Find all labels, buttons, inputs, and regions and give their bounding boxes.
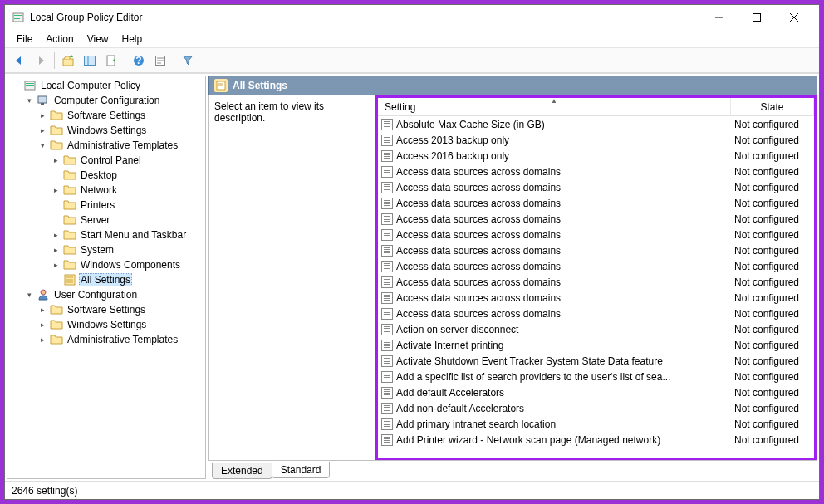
- tree-user-admin-templates[interactable]: Administrative Templates: [7, 332, 205, 347]
- list-item[interactable]: Access data sources across domainsNot co…: [378, 195, 814, 211]
- list-item[interactable]: Add non-default AcceleratorsNot configur…: [378, 400, 814, 416]
- svg-rect-3: [14, 18, 20, 19]
- list-item[interactable]: Activate Internet printingNot configured: [378, 337, 814, 353]
- properties-button[interactable]: [150, 51, 170, 71]
- tree-user-windows-settings[interactable]: Windows Settings: [7, 317, 205, 332]
- twist-icon[interactable]: [51, 246, 61, 254]
- folder-icon: [23, 79, 37, 92]
- status-bar: 2646 setting(s): [5, 481, 819, 499]
- list-item[interactable]: Access data sources across domainsNot co…: [378, 164, 814, 179]
- tree-pane[interactable]: Local Computer PolicyComputer Configurat…: [7, 76, 206, 479]
- twist-icon[interactable]: [37, 111, 47, 120]
- toolbar: ?: [5, 48, 819, 73]
- setting-state: Not configured: [734, 135, 799, 146]
- setting-state: Not configured: [734, 276, 799, 288]
- menu-action[interactable]: Action: [39, 32, 80, 46]
- list-item[interactable]: Access data sources across domainsNot co…: [378, 179, 814, 195]
- policy-icon: [381, 403, 393, 414]
- column-header-setting[interactable]: Setting ▲: [378, 98, 731, 115]
- back-button[interactable]: [9, 51, 29, 71]
- maximize-button[interactable]: [738, 5, 775, 30]
- policy-icon: [381, 135, 393, 146]
- tree-desktop[interactable]: Desktop: [7, 168, 205, 183]
- twist-icon[interactable]: [51, 231, 61, 239]
- tree-user-configuration[interactable]: User Configuration: [7, 287, 205, 302]
- tree-windows-components[interactable]: Windows Components: [7, 257, 205, 272]
- tree-label: Administrative Templates: [66, 334, 179, 345]
- tree-control-panel[interactable]: Control Panel: [7, 153, 205, 168]
- help-button[interactable]: ?: [129, 51, 149, 71]
- list-item[interactable]: Access data sources across domainsNot co…: [378, 274, 814, 290]
- twist-icon[interactable]: [24, 291, 34, 299]
- tree-computer-configuration[interactable]: Computer Configuration: [7, 93, 205, 108]
- setting-name: Access data sources across domains: [396, 229, 561, 241]
- tree-server[interactable]: Server: [7, 213, 205, 228]
- policy-icon: [381, 292, 393, 304]
- tree-network[interactable]: Network: [7, 183, 205, 198]
- toolbar-separator: [125, 52, 125, 69]
- twist-icon[interactable]: [37, 335, 47, 344]
- menu-help[interactable]: Help: [115, 32, 150, 46]
- filter-button[interactable]: [178, 51, 198, 71]
- list-item[interactable]: Access 2016 backup onlyNot configured: [378, 148, 814, 164]
- list-item[interactable]: Access data sources across domainsNot co…: [378, 242, 814, 258]
- export-list-button[interactable]: [101, 51, 121, 71]
- tree-printers[interactable]: Printers: [7, 198, 205, 213]
- list-item[interactable]: Add Printer wizard - Network scan page (…: [378, 432, 814, 448]
- list-item[interactable]: Access 2013 backup onlyNot configured: [378, 132, 814, 148]
- close-button[interactable]: [775, 5, 812, 30]
- policy-icon: [381, 340, 393, 351]
- menu-view[interactable]: View: [81, 32, 115, 46]
- folder-icon: [50, 318, 63, 331]
- tree-all-settings[interactable]: All Settings: [7, 272, 205, 287]
- tree-start-menu[interactable]: Start Menu and Taskbar: [7, 228, 205, 242]
- list-item[interactable]: Add a specific list of search providers …: [378, 369, 814, 384]
- twist-icon[interactable]: [51, 261, 61, 269]
- twist-icon[interactable]: [51, 156, 61, 164]
- tree-root[interactable]: Local Computer Policy: [7, 78, 205, 93]
- twist-icon[interactable]: [37, 321, 47, 329]
- twist-icon[interactable]: [37, 306, 47, 314]
- tree-user-software-settings[interactable]: Software Settings: [7, 302, 205, 317]
- twist-icon[interactable]: [37, 141, 47, 149]
- tree-label: Software Settings: [66, 110, 147, 121]
- list-rows[interactable]: Absolute Max Cache Size (in GB)Not confi…: [378, 116, 814, 458]
- menu-file[interactable]: File: [10, 32, 39, 46]
- twist-icon[interactable]: [37, 126, 47, 135]
- list-item[interactable]: Activate Shutdown Event Tracker System S…: [378, 353, 814, 369]
- title-bar[interactable]: Local Group Policy Editor: [5, 5, 819, 30]
- setting-name: Access data sources across domains: [396, 308, 561, 320]
- list-item[interactable]: Access data sources across domainsNot co…: [378, 290, 814, 306]
- list-item[interactable]: Access data sources across domainsNot co…: [378, 306, 814, 321]
- show-hide-tree-button[interactable]: [80, 51, 100, 71]
- setting-name: Absolute Max Cache Size (in GB): [396, 119, 545, 130]
- policy-icon: [381, 324, 393, 335]
- tree-administrative-templates[interactable]: Administrative Templates: [7, 138, 205, 153]
- list-item[interactable]: Absolute Max Cache Size (in GB)Not confi…: [378, 116, 814, 132]
- setting-state: Not configured: [734, 340, 799, 351]
- minimize-button[interactable]: [700, 5, 738, 30]
- column-header-state[interactable]: State: [731, 98, 814, 115]
- tab-extended[interactable]: Extended: [212, 463, 272, 479]
- tree-software-settings[interactable]: Software Settings: [7, 108, 205, 123]
- tree-windows-settings[interactable]: Windows Settings: [7, 123, 205, 138]
- twist-icon[interactable]: [24, 96, 34, 105]
- twist-icon[interactable]: [51, 186, 61, 194]
- svg-rect-8: [63, 59, 73, 66]
- policy-icon: [381, 150, 393, 162]
- svg-rect-19: [26, 83, 34, 84]
- up-button[interactable]: [58, 51, 78, 71]
- setting-state: Not configured: [734, 245, 799, 257]
- list-item[interactable]: Add default AcceleratorsNot configured: [378, 384, 814, 400]
- list-item[interactable]: Access data sources across domainsNot co…: [378, 258, 814, 274]
- forward-button[interactable]: [31, 51, 51, 71]
- policy-icon: [381, 308, 393, 320]
- tree-system[interactable]: System: [7, 242, 205, 257]
- list-item[interactable]: Access data sources across domainsNot co…: [378, 227, 814, 242]
- list-item[interactable]: Add primary intranet search locationNot …: [378, 416, 814, 432]
- tab-standard[interactable]: Standard: [272, 462, 331, 478]
- list-item[interactable]: Action on server disconnectNot configure…: [378, 321, 814, 337]
- setting-name: Add non-default Accelerators: [396, 403, 524, 414]
- list-item[interactable]: Access data sources across domainsNot co…: [378, 211, 814, 227]
- folder-icon: [63, 169, 76, 182]
